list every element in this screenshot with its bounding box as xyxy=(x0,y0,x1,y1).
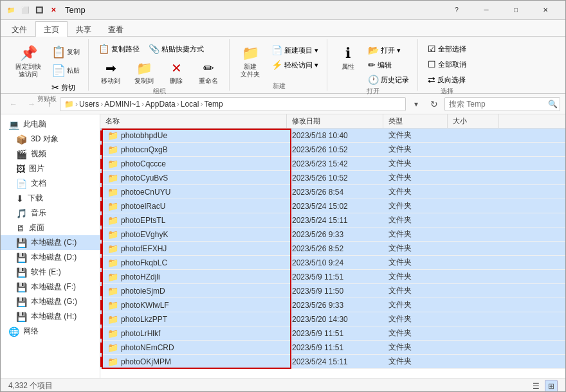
file-name: photoieSjmD xyxy=(121,287,165,296)
sidebar-item-3d[interactable]: 📦 3D 对象 xyxy=(1,132,100,147)
file-date: 2023/5/26 10:52 xyxy=(287,174,383,183)
refresh-button[interactable]: ↻ xyxy=(426,96,442,112)
ribbon-group-open: ℹ 属性 📂 打开 ▾ ✏ 编辑 🕐 历史记录 xyxy=(329,39,418,91)
sidebar-item-e[interactable]: 💾 软件 (E:) xyxy=(1,265,100,280)
select-all-button[interactable]: ☑ 全部选择 xyxy=(424,42,470,56)
window-controls: ? ─ □ ✕ xyxy=(442,1,560,20)
sidebar-item-computer[interactable]: 💻 此电脑 xyxy=(1,117,100,132)
deselect-all-button[interactable]: ☐ 全部取消 xyxy=(424,57,470,71)
tab-view[interactable]: 查看 xyxy=(100,21,132,36)
main-area: 💻 此电脑 📦 3D 对象 🎬 视频 🖼 图片 📄 文档 ⬇ 下载 🎵 音乐 � xyxy=(1,114,565,378)
file-row[interactable]: 📁photoeCnUYU2023/5/26 8:54文件夹 xyxy=(100,185,565,199)
forward-button[interactable]: → xyxy=(24,96,39,112)
sidebar-item-docs[interactable]: 📄 文档 xyxy=(1,176,100,191)
file-row[interactable]: 📁photoKWiwLF2023/5/26 9:33文件夹 xyxy=(100,298,565,312)
file-row[interactable]: 📁photoCqccce2023/5/23 15:42文件夹 xyxy=(100,157,565,171)
deselect-all-icon: ☐ xyxy=(428,59,436,69)
file-row[interactable]: 📁photoOKjMPM2023/5/24 15:11文件夹 xyxy=(100,355,565,369)
sidebar-label-e: 软件 (E:) xyxy=(31,267,61,278)
sidebar-item-music[interactable]: 🎵 音乐 xyxy=(1,206,100,220)
music-icon: 🎵 xyxy=(16,208,27,218)
file-name: photoHZdjli xyxy=(121,272,160,281)
path-users: Users xyxy=(79,100,99,109)
list-view-button[interactable]: ☰ xyxy=(529,380,542,393)
sidebar-item-desktop[interactable]: 🖥 桌面 xyxy=(1,220,100,235)
history-button[interactable]: 🕐 历史记录 xyxy=(365,73,412,87)
file-row[interactable]: 📁photoieSjmD2023/5/9 11:50文件夹 xyxy=(100,284,565,298)
sidebar-item-pictures[interactable]: 🖼 图片 xyxy=(1,161,100,176)
file-row[interactable]: 📁photoNEmCRD2023/5/9 11:51文件夹 xyxy=(100,341,565,355)
move-to-button[interactable]: ➡ 移动到 xyxy=(95,58,126,87)
file-type: 文件夹 xyxy=(383,285,448,296)
file-type: 文件夹 xyxy=(383,186,448,197)
cut-button[interactable]: ✂ 剪切 xyxy=(48,80,83,94)
close-button[interactable]: ✕ xyxy=(531,1,560,20)
file-row[interactable]: 📁photoCyuBvS2023/5/26 10:52文件夹 xyxy=(100,171,565,185)
tab-file[interactable]: 文件 xyxy=(3,21,35,36)
col-header-name[interactable]: 名称 xyxy=(100,114,287,128)
folder-icon: 📁 xyxy=(107,145,118,155)
copy-path-button[interactable]: 📋 复制路径 xyxy=(95,42,143,56)
easy-access-button[interactable]: ⚡ 轻松访问 ▾ xyxy=(268,58,322,72)
sidebar-item-h[interactable]: 💾 本地磁盘 (H:) xyxy=(1,309,100,324)
file-date: 2023/5/9 11:51 xyxy=(287,343,383,352)
delete-icon: ✕ xyxy=(171,60,182,76)
copy-button[interactable]: 📋 复制 xyxy=(48,43,83,61)
copy-to-button[interactable]: 📁 复制到 xyxy=(129,58,160,87)
file-row[interactable]: 📁photoHZdjli2023/5/9 11:51文件夹 xyxy=(100,270,565,284)
sidebar-item-network[interactable]: 🌐 网络 xyxy=(1,324,100,339)
open-label: 打开 xyxy=(367,87,379,97)
maximize-button[interactable]: □ xyxy=(501,1,531,20)
file-date: 2023/5/9 11:51 xyxy=(287,329,383,338)
properties-button[interactable]: ℹ 属性 xyxy=(334,42,362,74)
sidebar-item-g[interactable]: 💾 本地磁盘 (G:) xyxy=(1,294,100,309)
file-row[interactable]: 📁photoEPtsTL2023/5/24 15:11文件夹 xyxy=(100,213,565,227)
edit-button[interactable]: ✏ 编辑 xyxy=(365,58,412,72)
file-date: 2023/5/26 9:33 xyxy=(287,301,383,310)
sidebar-label-g: 本地磁盘 (G:) xyxy=(31,296,77,307)
col-header-date[interactable]: 修改日期 xyxy=(287,114,383,128)
file-type: 文件夹 xyxy=(383,243,448,254)
detail-view-button[interactable]: ⊞ xyxy=(545,380,558,393)
new-folder-button[interactable]: 📁 新建文件夹 xyxy=(236,42,264,82)
file-name: photoFkqbLC xyxy=(121,258,167,267)
back-button[interactable]: ← xyxy=(6,96,21,112)
delete-button[interactable]: ✕ 删除 xyxy=(162,58,190,87)
sidebar-item-f[interactable]: 💾 本地磁盘 (F:) xyxy=(1,280,100,294)
address-path[interactable]: 📁 › Users › ADMINI~1 › AppData › Local ›… xyxy=(60,97,406,111)
sidebar-label-c: 本地磁盘 (C:) xyxy=(31,237,77,248)
col-header-size[interactable]: 大小 xyxy=(448,114,499,128)
cut-icon: ✂ xyxy=(51,82,59,93)
col-header-type[interactable]: 类型 xyxy=(383,114,448,128)
invert-selection-button[interactable]: ⇄ 反向选择 xyxy=(424,73,469,87)
file-row[interactable]: 📁photofEFXHJ2023/5/26 8:52文件夹 xyxy=(100,242,565,256)
file-row[interactable]: 📁photoelRacU2023/5/24 15:02文件夹 xyxy=(100,199,565,213)
paste-button[interactable]: 📄 粘贴 xyxy=(48,62,83,80)
paste-shortcut-button[interactable]: 📎 粘贴快捷方式 xyxy=(145,42,207,56)
file-row[interactable]: 📁photoLrHlkf2023/5/9 11:51文件夹 xyxy=(100,326,565,341)
up-button[interactable]: ↑ xyxy=(42,96,57,112)
file-row[interactable]: 📁photoEVghyK2023/5/26 9:33文件夹 xyxy=(100,227,565,242)
tab-share[interactable]: 共享 xyxy=(68,21,100,36)
sidebar-item-downloads[interactable]: ⬇ 下载 xyxy=(1,191,100,206)
minimize-button[interactable]: ─ xyxy=(471,1,501,20)
sidebar-item-d[interactable]: 💾 本地磁盘 (D:) xyxy=(1,250,100,265)
file-row[interactable]: 📁photoFkqbLC2023/5/10 9:24文件夹 xyxy=(100,256,565,270)
open-button[interactable]: 📂 打开 ▾ xyxy=(365,43,412,57)
new-item-button[interactable]: 📄 新建项目 ▾ xyxy=(268,43,322,57)
sidebar-item-video[interactable]: 🎬 视频 xyxy=(1,147,100,161)
tab-home[interactable]: 主页 xyxy=(35,21,68,37)
path-admin: ADMINI~1 xyxy=(104,100,140,109)
file-list-container: 名称 修改日期 类型 大小 📁photobhpdUe2023/5/18 10:4… xyxy=(100,114,565,369)
folder-icon: 📁 xyxy=(107,244,118,254)
file-row[interactable]: 📁photocnQxgB2023/5/26 10:52文件夹 xyxy=(100,143,565,157)
rename-button[interactable]: ✏ 重命名 xyxy=(193,58,224,87)
help-button[interactable]: ? xyxy=(442,1,471,20)
pin-button[interactable]: 📌 固定到快速访问 xyxy=(11,42,46,82)
file-row[interactable]: 📁photobhpdUe2023/5/18 10:40文件夹 xyxy=(100,129,565,143)
status-bar: 4,332 个项目 ☰ ⊞ xyxy=(1,378,565,392)
sidebar-item-c[interactable]: 💾 本地磁盘 (C:) xyxy=(1,235,100,250)
file-row[interactable]: 📁photoLkzPPT2023/5/20 14:30文件夹 xyxy=(100,312,565,326)
search-input[interactable] xyxy=(444,97,560,111)
dropdown-button[interactable]: ▾ xyxy=(408,96,424,112)
